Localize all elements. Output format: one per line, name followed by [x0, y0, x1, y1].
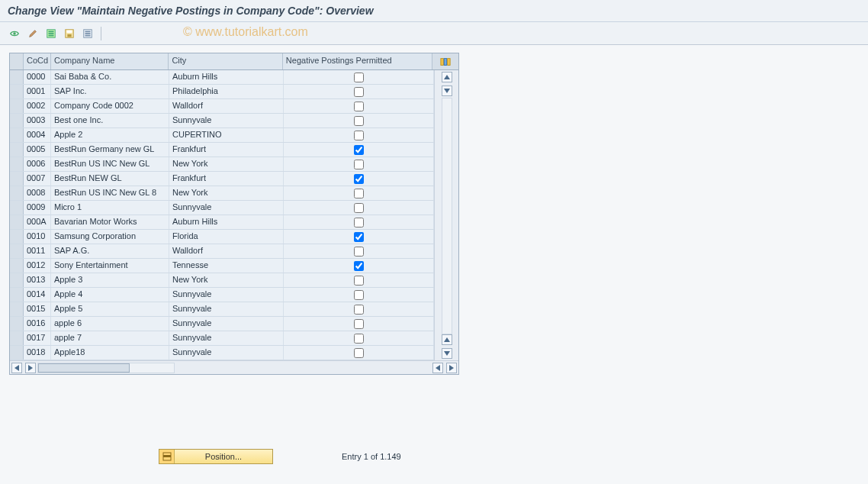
- table-row[interactable]: 0004Apple 2CUPERTINO: [10, 128, 434, 143]
- table-row[interactable]: 0014Apple 4Sunnyvale: [10, 288, 434, 302]
- table-row[interactable]: 0010Samsung CorporationFlorida: [10, 230, 434, 244]
- horizontal-scrollbar[interactable]: [10, 360, 458, 374]
- table-row[interactable]: 0008BestRun US INC New GL 8New York: [10, 186, 434, 201]
- row-selector[interactable]: [10, 302, 24, 316]
- scroll-down-bottom-button[interactable]: [442, 348, 452, 359]
- cell-city: CUPERTINO: [169, 128, 284, 142]
- toolbar: © www.tutorialkart.com: [0, 22, 868, 45]
- table-row[interactable]: 0012Sony EntertainmentTennesse: [10, 259, 434, 273]
- row-selector[interactable]: [10, 244, 24, 258]
- hscroll-thumb[interactable]: [38, 363, 130, 373]
- table-row[interactable]: 0000Sai Baba & Co.Auburn Hills: [10, 70, 434, 85]
- negative-postings-checkbox[interactable]: [354, 203, 364, 213]
- cell-company-name: BestRun US INC New GL: [51, 157, 169, 171]
- negative-postings-checkbox[interactable]: [354, 319, 364, 329]
- page-title: Change View "Maintain Negative Postings …: [0, 0, 868, 22]
- negative-postings-checkbox[interactable]: [354, 145, 364, 155]
- hscroll-track[interactable]: [37, 363, 175, 373]
- negative-postings-checkbox[interactable]: [354, 348, 364, 358]
- table-row[interactable]: 0013Apple 3New York: [10, 273, 434, 288]
- negative-postings-checkbox[interactable]: [354, 189, 364, 198]
- deselect-all-icon[interactable]: [81, 27, 95, 40]
- row-selector[interactable]: [10, 288, 24, 302]
- table-row[interactable]: 0005BestRun Germany new GLFrankfurt: [10, 143, 434, 157]
- vertical-scrollbar[interactable]: [434, 70, 458, 360]
- select-all-column[interactable]: [10, 53, 24, 69]
- row-selector[interactable]: [10, 201, 24, 215]
- negative-postings-checkbox[interactable]: [354, 131, 364, 140]
- row-selector[interactable]: [10, 186, 24, 200]
- row-selector[interactable]: [10, 70, 24, 84]
- row-selector[interactable]: [10, 85, 24, 98]
- negative-postings-checkbox[interactable]: [354, 276, 364, 286]
- row-selector[interactable]: [10, 99, 24, 113]
- negative-postings-checkbox[interactable]: [354, 334, 364, 344]
- position-button[interactable]: Position...: [159, 449, 273, 464]
- table-row[interactable]: 0002Company Code 0002Walldorf: [10, 99, 434, 114]
- negative-postings-checkbox[interactable]: [354, 261, 364, 271]
- column-header-company-name[interactable]: Company Name: [51, 53, 169, 69]
- negative-postings-checkbox[interactable]: [354, 160, 364, 169]
- row-selector[interactable]: [10, 259, 24, 273]
- cell-company-name: Apple 4: [51, 288, 169, 302]
- cell-city: Auburn Hills: [169, 215, 284, 229]
- table-row[interactable]: 0006BestRun US INC New GLNew York: [10, 157, 434, 172]
- column-header-city[interactable]: City: [169, 53, 282, 69]
- configure-columns-button[interactable]: [432, 53, 458, 69]
- row-selector[interactable]: [10, 346, 24, 360]
- cell-company-name: BestRun NEW GL: [51, 172, 169, 186]
- negative-postings-checkbox[interactable]: [354, 87, 364, 97]
- scroll-right-end-button[interactable]: [446, 363, 457, 373]
- row-selector[interactable]: [10, 317, 24, 331]
- scroll-left-end-button[interactable]: [432, 363, 443, 373]
- row-selector[interactable]: [10, 128, 24, 142]
- table-row[interactable]: 0009Micro 1Sunnyvale: [10, 201, 434, 215]
- table-row[interactable]: 0018Apple18Sunnyvale: [10, 346, 434, 360]
- scroll-up-button[interactable]: [442, 72, 452, 82]
- cell-negative-postings: [284, 288, 434, 302]
- cell-negative-postings: [284, 85, 434, 98]
- table-row[interactable]: 0003Best one Inc.Sunnyvale: [10, 114, 434, 128]
- row-selector[interactable]: [10, 230, 24, 244]
- other-view-icon[interactable]: [8, 27, 21, 40]
- row-selector[interactable]: [10, 215, 24, 229]
- cell-negative-postings: [284, 114, 434, 127]
- cell-city: Sunnyvale: [169, 288, 284, 302]
- row-selector[interactable]: [10, 273, 24, 287]
- table-row[interactable]: 0015Apple 5Sunnyvale: [10, 302, 434, 317]
- column-header-negative-postings[interactable]: Negative Postings Permitted: [283, 53, 432, 69]
- cell-negative-postings: [284, 70, 434, 84]
- scroll-up-bottom-button[interactable]: [442, 334, 452, 345]
- row-selector[interactable]: [10, 114, 24, 127]
- select-all-icon[interactable]: [44, 27, 58, 40]
- cell-city: Walldorf: [169, 244, 284, 258]
- negative-postings-checkbox[interactable]: [354, 116, 364, 126]
- negative-postings-checkbox[interactable]: [354, 102, 364, 111]
- negative-postings-checkbox[interactable]: [354, 290, 364, 300]
- table-row[interactable]: 0001SAP Inc.Philadelphia: [10, 85, 434, 99]
- negative-postings-checkbox[interactable]: [354, 174, 364, 184]
- scroll-down-button[interactable]: [442, 86, 452, 96]
- negative-postings-checkbox[interactable]: [354, 218, 364, 227]
- negative-postings-checkbox[interactable]: [354, 232, 364, 242]
- row-selector[interactable]: [10, 331, 24, 345]
- cell-cocd: 0004: [24, 128, 51, 142]
- row-selector[interactable]: [10, 172, 24, 186]
- column-header-cocd[interactable]: CoCd: [24, 53, 51, 69]
- save-icon[interactable]: [63, 27, 76, 40]
- negative-postings-checkbox[interactable]: [354, 247, 364, 257]
- table-row[interactable]: 000ABavarian Motor WorksAuburn Hills: [10, 215, 434, 230]
- row-selector[interactable]: [10, 143, 24, 156]
- scroll-right-button[interactable]: [25, 363, 36, 373]
- table-row[interactable]: 0011SAP A.G.Walldorf: [10, 244, 434, 259]
- negative-postings-checkbox[interactable]: [354, 73, 364, 82]
- cell-cocd: 0006: [24, 157, 51, 171]
- scroll-track[interactable]: [442, 98, 452, 334]
- row-selector[interactable]: [10, 157, 24, 171]
- negative-postings-checkbox[interactable]: [354, 305, 364, 315]
- table-row[interactable]: 0017apple 7Sunnyvale: [10, 331, 434, 346]
- table-row[interactable]: 0007BestRun NEW GLFrankfurt: [10, 172, 434, 186]
- table-row[interactable]: 0016apple 6Sunnyvale: [10, 317, 434, 331]
- scroll-left-button[interactable]: [11, 363, 22, 373]
- change-icon[interactable]: [26, 27, 40, 40]
